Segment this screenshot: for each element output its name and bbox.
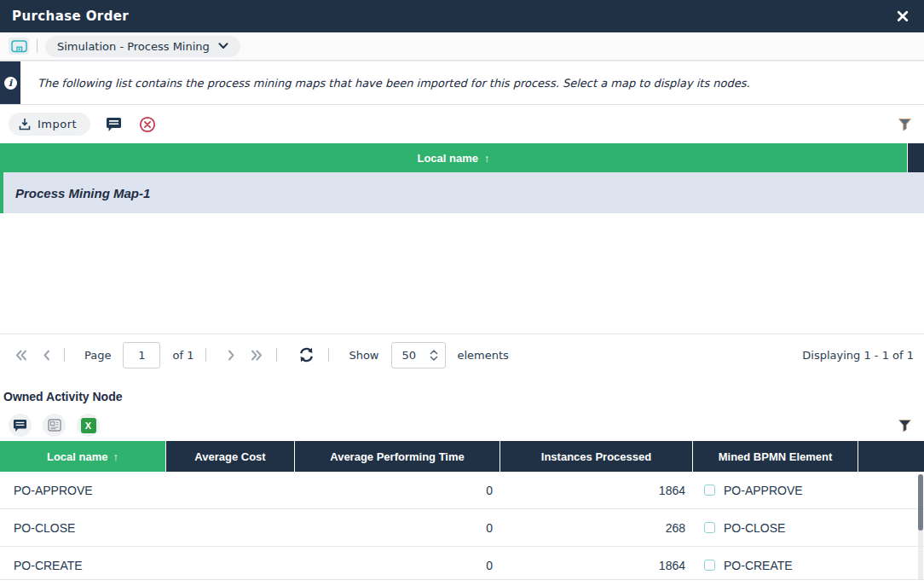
col-header-label: Average Cost	[194, 450, 265, 463]
comment-button[interactable]	[102, 113, 124, 136]
first-page-button[interactable]	[14, 348, 29, 363]
cell-instances-processed: 268	[500, 509, 693, 546]
context-selector[interactable]: Simulation - Process Mining	[45, 36, 240, 57]
filter-icon	[898, 419, 912, 432]
pager-divider	[328, 348, 329, 362]
activity-grid-toolbar: X	[0, 409, 924, 441]
col-header-label: Instances Processed	[541, 450, 651, 463]
refresh-icon	[298, 347, 315, 363]
excel-export-button[interactable]: X	[77, 414, 100, 437]
scrollbar-thumb[interactable]	[918, 474, 923, 531]
bpmn-checkbox[interactable]	[704, 560, 715, 571]
prev-page-button[interactable]	[41, 348, 52, 363]
page-label: Page	[84, 349, 111, 362]
sort-asc-icon: ↑	[484, 152, 490, 165]
delete-circle-icon	[139, 116, 156, 133]
cell-average-performing-time: 0	[295, 509, 500, 546]
comment-icon	[13, 419, 27, 432]
excel-icon: X	[81, 418, 96, 433]
chevron-down-icon	[218, 43, 228, 49]
col-header-label: Mined BPMN Element	[719, 450, 833, 463]
info-banner: i The following list contains the proces…	[0, 61, 924, 105]
col-header-average-cost[interactable]: Average Cost	[166, 441, 295, 472]
maps-header-label: Local name	[417, 152, 478, 165]
activity-grid-body: PO-APPROVE 0 1864 PO-APPROVE PO-CLOSE 0 …	[0, 472, 924, 584]
import-button-label: Import	[38, 118, 77, 131]
info-banner-text: The following list contains the process …	[20, 61, 924, 104]
filter-icon	[898, 118, 912, 131]
bpmn-label: PO-CREATE	[724, 559, 793, 572]
col-header-mined-bpmn-element[interactable]: Mined BPMN Element	[693, 441, 858, 472]
refresh-button[interactable]	[297, 345, 316, 364]
cell-empty	[858, 472, 924, 508]
double-chevron-right-icon	[251, 350, 263, 361]
page-number-input[interactable]	[123, 342, 160, 368]
report-button[interactable]	[43, 414, 66, 437]
last-page-button[interactable]	[249, 348, 264, 363]
bpmn-label: PO-CLOSE	[724, 521, 785, 535]
context-toolbar: Simulation - Process Mining	[0, 32, 924, 61]
activity-pager: Page of 1 Show 50	[0, 579, 924, 586]
maps-header-local-name[interactable]: Local name ↑	[0, 143, 907, 172]
col-header-instances-processed[interactable]: Instances Processed	[500, 441, 693, 472]
next-page-button[interactable]	[226, 348, 237, 363]
elements-label: elements	[458, 349, 509, 362]
bpmn-checkbox[interactable]	[704, 484, 715, 496]
cell-average-cost	[166, 472, 295, 508]
pager-divider	[64, 348, 65, 362]
cell-local-name: PO-CREATE	[0, 547, 166, 583]
show-label: Show	[349, 349, 378, 362]
maps-grid-header: Local name ↑	[0, 143, 924, 172]
close-button[interactable]	[893, 7, 912, 26]
purchase-order-window: Purchase Order Simulation - Process Mini…	[0, 0, 924, 586]
sort-asc-icon: ↑	[113, 450, 119, 463]
chevron-left-icon	[43, 350, 50, 361]
cell-average-cost	[166, 547, 295, 583]
maps-filter-button[interactable]	[893, 113, 915, 136]
pager-divider	[276, 348, 277, 362]
cell-empty	[858, 509, 924, 546]
import-icon	[19, 118, 31, 131]
owned-activity-node-title: Owned Activity Node	[3, 390, 123, 403]
chevron-right-icon	[228, 350, 235, 361]
cell-local-name: PO-APPROVE	[0, 472, 166, 508]
activity-comment-button[interactable]	[9, 414, 32, 437]
toolbar-divider	[37, 39, 38, 53]
import-button[interactable]: Import	[9, 113, 90, 136]
cell-mined-bpmn-element: PO-CLOSE	[693, 509, 858, 546]
col-header-local-name[interactable]: Local name ↑	[0, 441, 166, 472]
pager-divider	[205, 348, 206, 362]
close-icon	[897, 10, 909, 22]
cell-local-name: PO-CLOSE	[0, 509, 166, 546]
cell-average-cost	[166, 509, 295, 546]
info-banner-strip: i	[0, 61, 20, 104]
table-row[interactable]: PO-CLOSE 0 268 PO-CLOSE	[0, 509, 924, 547]
page-size-value: 50	[402, 349, 419, 362]
cell-instances-processed: 1864	[500, 547, 693, 583]
cell-empty	[858, 547, 924, 583]
info-icon: i	[4, 77, 17, 90]
cell-mined-bpmn-element: PO-APPROVE	[693, 472, 858, 508]
window-icon	[11, 40, 27, 53]
delete-button[interactable]	[136, 113, 159, 136]
maps-row-selected[interactable]: Process Mining Map-1	[0, 172, 924, 213]
col-header-label: Local name	[47, 450, 108, 463]
context-selector-label: Simulation - Process Mining	[57, 40, 210, 53]
report-icon	[48, 419, 61, 432]
col-header-empty	[858, 441, 924, 472]
cell-mined-bpmn-element: PO-CREATE	[693, 547, 858, 583]
page-size-select[interactable]: 50	[391, 342, 446, 368]
comment-icon	[106, 117, 122, 132]
bpmn-checkbox[interactable]	[704, 522, 715, 533]
col-header-average-performing-time[interactable]: Average Performing Time	[295, 441, 500, 472]
maps-row-label: Process Mining Map-1	[15, 186, 150, 200]
double-chevron-left-icon	[15, 350, 27, 361]
cell-instances-processed: 1864	[500, 472, 693, 508]
spinner-icon	[430, 349, 438, 362]
open-window-button[interactable]	[9, 38, 29, 55]
table-row[interactable]: PO-APPROVE 0 1864 PO-APPROVE	[0, 472, 924, 509]
activity-filter-button[interactable]	[893, 415, 915, 437]
maps-header-filler	[907, 143, 924, 172]
window-title: Purchase Order	[12, 9, 129, 24]
bpmn-label: PO-APPROVE	[724, 484, 803, 497]
